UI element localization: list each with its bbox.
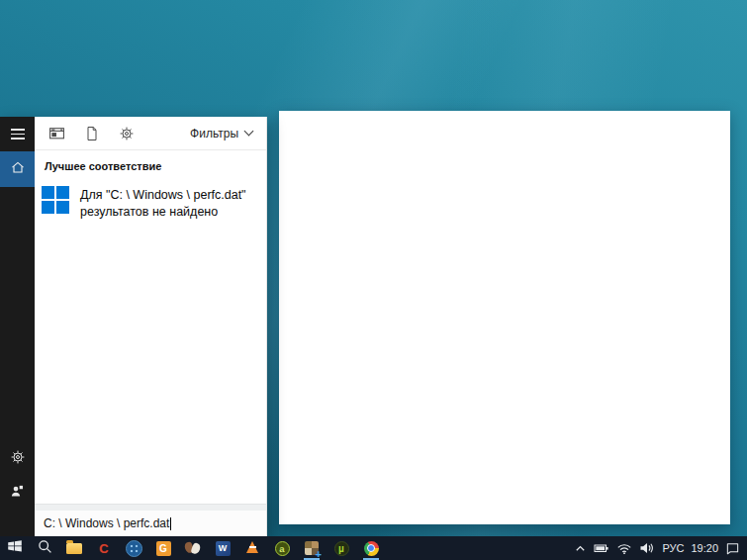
search-icon	[38, 539, 52, 558]
taskbar-item-green-circle-app[interactable]: a	[267, 536, 297, 560]
chrome-icon	[364, 541, 379, 556]
home-icon	[10, 159, 26, 179]
search-flyout: Фильтры Лучшее соответствие Для "C: \ Wi…	[0, 117, 267, 536]
taskbar-item-word[interactable]: W	[208, 536, 237, 560]
blank-app-window	[279, 111, 730, 524]
sidebar-item-settings[interactable]	[0, 441, 35, 476]
apps-filter-icon[interactable]	[48, 125, 65, 141]
volume-icon[interactable]	[639, 541, 655, 555]
utorrent-icon: µ	[334, 541, 349, 556]
taskbar-item-vlc[interactable]	[237, 536, 267, 560]
search-filters-bar: Фильтры	[35, 117, 266, 149]
clock[interactable]: 19:20	[691, 542, 718, 554]
battery-icon[interactable]	[594, 541, 609, 555]
taskbar-item-chrome[interactable]	[356, 536, 386, 560]
best-match-heading: Лучшее соответствие	[35, 150, 266, 181]
pixel-art-app-icon	[305, 541, 319, 555]
search-input[interactable]: C: \ Windows \ perfc.dat	[35, 511, 266, 536]
taskbar-item-file-explorer[interactable]	[59, 536, 89, 560]
documents-filter-icon[interactable]	[83, 125, 100, 141]
start-button[interactable]	[0, 536, 30, 560]
gear-icon	[10, 449, 26, 469]
taskbar-item-blue-circle-app[interactable]	[119, 536, 148, 560]
search-box-divider	[35, 504, 266, 511]
search-sidebar	[0, 117, 35, 536]
windows-logo-icon	[42, 186, 69, 214]
search-result-item[interactable]: Для "C: \ Windows \ perfc.dat" результат…	[35, 181, 266, 221]
result-line1: Для "C: \ Windows \ perfc.dat"	[80, 187, 246, 204]
settings-filter-icon[interactable]	[118, 125, 135, 141]
windows-start-icon	[7, 538, 23, 558]
orange-g-app-icon: G	[156, 541, 171, 556]
taskbar-item-ccleaner[interactable]: C	[89, 536, 119, 560]
text-caret	[170, 517, 171, 530]
result-text: Для "C: \ Windows \ perfc.dat" результат…	[80, 186, 246, 221]
taskbar: C G W a µ	[0, 536, 747, 560]
feedback-person-icon	[10, 484, 25, 503]
show-hidden-icons-button[interactable]	[574, 542, 587, 555]
result-line2: результатов не найдено	[80, 204, 246, 221]
chevron-down-icon	[244, 127, 254, 137]
blue-circle-app-icon	[126, 540, 142, 557]
wifi-icon[interactable]	[616, 541, 632, 555]
search-results-panel: Фильтры Лучшее соответствие Для "C: \ Wi…	[35, 117, 267, 536]
search-input-value: C: \ Windows \ perfc.dat	[44, 516, 169, 530]
language-indicator[interactable]: РУС	[662, 542, 684, 554]
taskbar-item-colorful-app[interactable]	[178, 536, 208, 560]
sidebar-item-home[interactable]	[0, 151, 35, 187]
desktop-screen: Фильтры Лучшее соответствие Для "C: \ Wi…	[0, 0, 747, 560]
green-circle-app-icon: a	[275, 541, 290, 556]
file-explorer-icon	[66, 543, 82, 554]
taskbar-item-utorrent[interactable]: µ	[327, 536, 356, 560]
sidebar-item-feedback[interactable]	[0, 476, 35, 511]
system-tray: РУС 19:20	[574, 536, 747, 560]
colorful-app-icon	[185, 541, 201, 555]
filters-label: Фильтры	[190, 127, 238, 140]
filters-dropdown[interactable]: Фильтры	[190, 127, 252, 140]
vlc-cone-icon	[246, 541, 258, 553]
taskbar-item-orange-g-app[interactable]: G	[148, 536, 178, 560]
word-icon: W	[216, 541, 231, 556]
taskbar-search-button[interactable]	[30, 536, 59, 560]
action-center-icon[interactable]	[725, 541, 740, 555]
menu-icon	[11, 127, 25, 141]
ccleaner-icon: C	[99, 541, 108, 556]
taskbar-item-pixel-art-app[interactable]	[297, 536, 327, 560]
menu-button[interactable]	[0, 117, 35, 151]
